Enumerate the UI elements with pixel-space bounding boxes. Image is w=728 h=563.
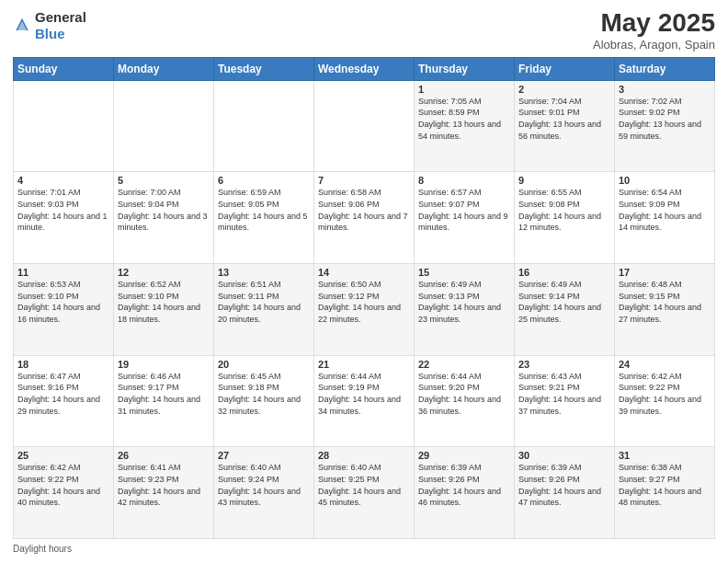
day-number: 3: [619, 84, 711, 95]
col-header-monday: Monday: [114, 57, 214, 80]
calendar-cell: 27Sunrise: 6:40 AMSunset: 9:24 PMDayligh…: [214, 447, 314, 539]
header-row: SundayMondayTuesdayWednesdayThursdayFrid…: [14, 57, 715, 80]
day-info: Sunrise: 6:39 AMSunset: 9:26 PMDaylight:…: [418, 462, 510, 508]
day-number: 21: [318, 359, 410, 370]
col-header-sunday: Sunday: [14, 57, 114, 80]
calendar-cell: 22Sunrise: 6:44 AMSunset: 9:20 PMDayligh…: [415, 355, 515, 447]
subtitle: Alobras, Aragon, Spain: [593, 38, 715, 52]
calendar-cell: 19Sunrise: 6:46 AMSunset: 9:17 PMDayligh…: [114, 355, 214, 447]
col-header-thursday: Thursday: [415, 57, 515, 80]
day-info: Sunrise: 6:40 AMSunset: 9:24 PMDaylight:…: [218, 462, 310, 508]
calendar-week-2: 4Sunrise: 7:01 AMSunset: 9:03 PMDaylight…: [14, 172, 715, 264]
calendar-cell: 13Sunrise: 6:51 AMSunset: 9:11 PMDayligh…: [214, 264, 314, 356]
col-header-saturday: Saturday: [615, 57, 715, 80]
day-number: 4: [17, 175, 109, 186]
day-info: Sunrise: 6:38 AMSunset: 9:27 PMDaylight:…: [619, 462, 711, 508]
calendar-cell: 25Sunrise: 6:42 AMSunset: 9:22 PMDayligh…: [14, 447, 114, 539]
day-info: Sunrise: 6:39 AMSunset: 9:26 PMDaylight:…: [518, 462, 610, 508]
calendar-cell: 8Sunrise: 6:57 AMSunset: 9:07 PMDaylight…: [415, 172, 515, 264]
day-number: 29: [418, 450, 510, 461]
calendar-cell: 11Sunrise: 6:53 AMSunset: 9:10 PMDayligh…: [14, 264, 114, 356]
day-number: 26: [118, 450, 210, 461]
day-number: 12: [118, 267, 210, 278]
day-info: Sunrise: 6:58 AMSunset: 9:06 PMDaylight:…: [318, 187, 410, 233]
calendar-cell: 16Sunrise: 6:49 AMSunset: 9:14 PMDayligh…: [515, 264, 615, 356]
day-number: 5: [118, 175, 210, 186]
day-number: 28: [318, 450, 410, 461]
calendar-cell: 31Sunrise: 6:38 AMSunset: 9:27 PMDayligh…: [615, 447, 715, 539]
col-header-wednesday: Wednesday: [314, 57, 415, 80]
calendar-cell: 17Sunrise: 6:48 AMSunset: 9:15 PMDayligh…: [615, 264, 715, 356]
page: General Blue May 2025 Alobras, Aragon, S…: [0, 0, 728, 563]
day-info: Sunrise: 6:44 AMSunset: 9:19 PMDaylight:…: [318, 371, 410, 417]
day-info: Sunrise: 6:57 AMSunset: 9:07 PMDaylight:…: [418, 187, 510, 233]
daylight-label: Daylight hours: [13, 544, 72, 554]
day-info: Sunrise: 6:49 AMSunset: 9:14 PMDaylight:…: [518, 279, 610, 325]
day-info: Sunrise: 6:45 AMSunset: 9:18 PMDaylight:…: [218, 371, 310, 417]
day-info: Sunrise: 7:04 AMSunset: 9:01 PMDaylight:…: [518, 96, 610, 142]
calendar-cell: 26Sunrise: 6:41 AMSunset: 9:23 PMDayligh…: [114, 447, 214, 539]
calendar-week-5: 25Sunrise: 6:42 AMSunset: 9:22 PMDayligh…: [14, 447, 715, 539]
day-info: Sunrise: 6:53 AMSunset: 9:10 PMDaylight:…: [17, 279, 109, 325]
day-number: 14: [318, 267, 410, 278]
day-number: 20: [218, 359, 310, 370]
day-info: Sunrise: 6:54 AMSunset: 9:09 PMDaylight:…: [619, 187, 711, 233]
main-title: May 2025: [593, 9, 715, 38]
day-number: 27: [218, 450, 310, 461]
calendar-cell: 4Sunrise: 7:01 AMSunset: 9:03 PMDaylight…: [14, 172, 114, 264]
day-number: 11: [17, 267, 109, 278]
day-info: Sunrise: 6:59 AMSunset: 9:05 PMDaylight:…: [218, 187, 310, 233]
calendar-cell: [314, 80, 415, 172]
calendar-cell: 3Sunrise: 7:02 AMSunset: 9:02 PMDaylight…: [615, 80, 715, 172]
header: General Blue May 2025 Alobras, Aragon, S…: [13, 9, 715, 52]
day-info: Sunrise: 7:02 AMSunset: 9:02 PMDaylight:…: [619, 96, 711, 142]
day-info: Sunrise: 6:55 AMSunset: 9:08 PMDaylight:…: [518, 187, 610, 233]
col-header-tuesday: Tuesday: [214, 57, 314, 80]
logo-general: General: [35, 9, 86, 25]
calendar-cell: 7Sunrise: 6:58 AMSunset: 9:06 PMDaylight…: [314, 172, 415, 264]
day-number: 30: [518, 450, 610, 461]
day-info: Sunrise: 6:42 AMSunset: 9:22 PMDaylight:…: [17, 462, 109, 508]
calendar-cell: 24Sunrise: 6:42 AMSunset: 9:22 PMDayligh…: [615, 355, 715, 447]
calendar-header: SundayMondayTuesdayWednesdayThursdayFrid…: [14, 57, 715, 80]
day-info: Sunrise: 6:47 AMSunset: 9:16 PMDaylight:…: [17, 371, 109, 417]
calendar-week-3: 11Sunrise: 6:53 AMSunset: 9:10 PMDayligh…: [14, 264, 715, 356]
day-number: 10: [619, 175, 711, 186]
calendar-cell: [14, 80, 114, 172]
calendar-cell: 10Sunrise: 6:54 AMSunset: 9:09 PMDayligh…: [615, 172, 715, 264]
day-info: Sunrise: 6:48 AMSunset: 9:15 PMDaylight:…: [619, 279, 711, 325]
day-number: 6: [218, 175, 310, 186]
day-info: Sunrise: 6:51 AMSunset: 9:11 PMDaylight:…: [218, 279, 310, 325]
day-number: 9: [518, 175, 610, 186]
day-info: Sunrise: 6:49 AMSunset: 9:13 PMDaylight:…: [418, 279, 510, 325]
logo: General Blue: [13, 9, 86, 42]
calendar-cell: 12Sunrise: 6:52 AMSunset: 9:10 PMDayligh…: [114, 264, 214, 356]
day-number: 18: [17, 359, 109, 370]
day-number: 1: [418, 84, 510, 95]
day-number: 19: [118, 359, 210, 370]
title-block: May 2025 Alobras, Aragon, Spain: [593, 9, 715, 52]
calendar-cell: 18Sunrise: 6:47 AMSunset: 9:16 PMDayligh…: [14, 355, 114, 447]
calendar-table: SundayMondayTuesdayWednesdayThursdayFrid…: [13, 57, 715, 539]
day-number: 7: [318, 175, 410, 186]
day-number: 23: [518, 359, 610, 370]
day-info: Sunrise: 7:00 AMSunset: 9:04 PMDaylight:…: [118, 187, 210, 233]
day-number: 8: [418, 175, 510, 186]
calendar-cell: 20Sunrise: 6:45 AMSunset: 9:18 PMDayligh…: [214, 355, 314, 447]
day-number: 2: [518, 84, 610, 95]
day-number: 25: [17, 450, 109, 461]
day-number: 17: [619, 267, 711, 278]
calendar-cell: 5Sunrise: 7:00 AMSunset: 9:04 PMDaylight…: [114, 172, 214, 264]
calendar-cell: [114, 80, 214, 172]
logo-blue: Blue: [35, 26, 65, 41]
calendar-week-4: 18Sunrise: 6:47 AMSunset: 9:16 PMDayligh…: [14, 355, 715, 447]
day-info: Sunrise: 6:50 AMSunset: 9:12 PMDaylight:…: [318, 279, 410, 325]
calendar-cell: 23Sunrise: 6:43 AMSunset: 9:21 PMDayligh…: [515, 355, 615, 447]
day-number: 16: [518, 267, 610, 278]
calendar-cell: 14Sunrise: 6:50 AMSunset: 9:12 PMDayligh…: [314, 264, 415, 356]
footer: Daylight hours: [13, 544, 715, 554]
logo-text: General Blue: [35, 9, 86, 42]
day-info: Sunrise: 6:41 AMSunset: 9:23 PMDaylight:…: [118, 462, 210, 508]
calendar-cell: 9Sunrise: 6:55 AMSunset: 9:08 PMDaylight…: [515, 172, 615, 264]
day-info: Sunrise: 6:46 AMSunset: 9:17 PMDaylight:…: [118, 371, 210, 417]
